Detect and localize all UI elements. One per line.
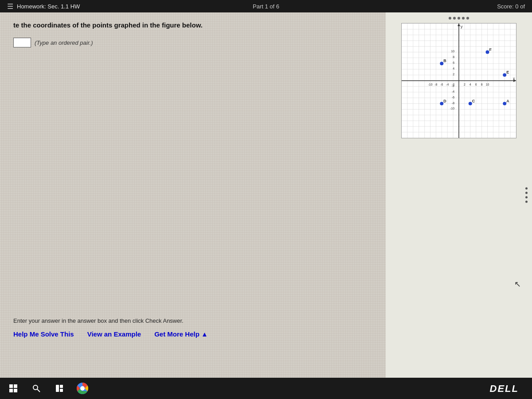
svg-text:-6: -6 (452, 96, 454, 99)
dell-logo: DELL (490, 383, 519, 395)
dot-1 (449, 17, 451, 20)
label-E: E (506, 70, 509, 74)
mouse-cursor: ↖ (514, 279, 521, 289)
dot-2 (453, 17, 456, 20)
search-button[interactable] (28, 380, 44, 396)
svg-text:8: 8 (453, 55, 454, 59)
svg-text:y: y (461, 24, 463, 29)
input-row: (Type an ordered pair.) (13, 38, 372, 47)
right-panel: y x -2 -4 -6 -8 -10 2 4 6 8 10 2 4 6 (386, 12, 532, 378)
windows-button[interactable] (5, 380, 21, 396)
sidebar-dot-2 (525, 192, 528, 194)
homework-title: Homework: Sec. 1.1 HW (17, 3, 80, 10)
svg-text:8: 8 (481, 83, 483, 86)
label-A: A (506, 99, 509, 103)
label-D: D (443, 99, 446, 103)
svg-text:2: 2 (464, 83, 466, 86)
menu-icon: ☰ (7, 2, 13, 11)
svg-marker-41 (458, 23, 460, 26)
svg-rect-67 (14, 389, 17, 392)
chrome-button[interactable] (74, 380, 90, 396)
label-F: F (489, 47, 492, 52)
svg-rect-64 (9, 384, 13, 388)
graph-container: y x -2 -4 -6 -8 -10 2 4 6 8 10 2 4 6 (401, 23, 516, 138)
svg-rect-65 (14, 384, 17, 388)
svg-text:x: x (513, 76, 515, 81)
help-buttons-row: Help Me Solve This View an Example Get M… (13, 330, 208, 338)
left-panel: te the coordinates of the points graphed… (0, 12, 386, 378)
svg-text:4: 4 (453, 67, 454, 70)
svg-text:10: 10 (486, 83, 489, 86)
dot-3 (458, 17, 460, 20)
enter-hint: Enter your answer in the answer box and … (13, 317, 208, 324)
svg-rect-71 (60, 385, 63, 388)
svg-rect-70 (56, 385, 59, 392)
score-display: Score: 0 of (497, 3, 525, 10)
type-hint: (Type an ordered pair.) (35, 39, 93, 46)
svg-point-68 (33, 385, 38, 390)
svg-text:-10: -10 (450, 107, 454, 110)
svg-text:-2: -2 (452, 84, 454, 87)
dot-4 (462, 17, 465, 20)
svg-text:-10: -10 (428, 83, 432, 86)
point-A (503, 102, 506, 106)
label-B: B (443, 59, 446, 63)
answer-input[interactable] (13, 38, 31, 47)
label-C: C (472, 99, 475, 103)
enter-hint-area: Enter your answer in the answer box and … (13, 317, 208, 338)
point-B (440, 62, 443, 65)
help-me-solve-button[interactable]: Help Me Solve This (13, 330, 74, 338)
svg-text:10: 10 (451, 50, 454, 53)
top-bar: ☰ Homework: Sec. 1.1 HW Part 1 of 6 Scor… (0, 0, 532, 12)
top-bar-left: ☰ Homework: Sec. 1.1 HW (7, 2, 80, 11)
sidebar-dot-4 (525, 201, 528, 203)
sidebar-dot-3 (525, 196, 528, 199)
svg-text:-4: -4 (452, 90, 454, 93)
point-E (503, 73, 506, 77)
svg-text:-6: -6 (440, 83, 443, 86)
svg-line-69 (37, 389, 40, 392)
svg-text:6: 6 (475, 83, 477, 86)
svg-text:-8: -8 (434, 83, 437, 86)
taskbar: DELL (0, 378, 532, 399)
snap-button[interactable] (51, 380, 67, 396)
svg-rect-66 (9, 389, 13, 392)
sidebar-dot-1 (525, 188, 528, 190)
svg-point-75 (81, 387, 84, 390)
problem-instruction: te the coordinates of the points graphed… (13, 21, 372, 29)
svg-text:2: 2 (453, 73, 454, 76)
point-C (469, 102, 472, 106)
get-more-help-button[interactable]: Get More Help ▲ (154, 330, 208, 338)
svg-text:6: 6 (453, 61, 454, 64)
sidebar-dots (525, 188, 529, 203)
coordinate-graph: y x -2 -4 -6 -8 -10 2 4 6 8 10 2 4 6 (402, 23, 516, 138)
svg-text:-4: -4 (446, 83, 449, 86)
point-D (440, 102, 443, 106)
point-F (486, 51, 489, 54)
view-example-button[interactable]: View an Example (87, 330, 141, 338)
dot-5 (466, 17, 469, 20)
svg-text:-8: -8 (452, 102, 454, 105)
svg-rect-72 (60, 389, 63, 392)
main-content: te the coordinates of the points graphed… (0, 12, 532, 378)
dots-row (449, 17, 469, 20)
svg-text:4: 4 (469, 83, 471, 86)
part-indicator: Part 1 of 6 (253, 3, 279, 10)
